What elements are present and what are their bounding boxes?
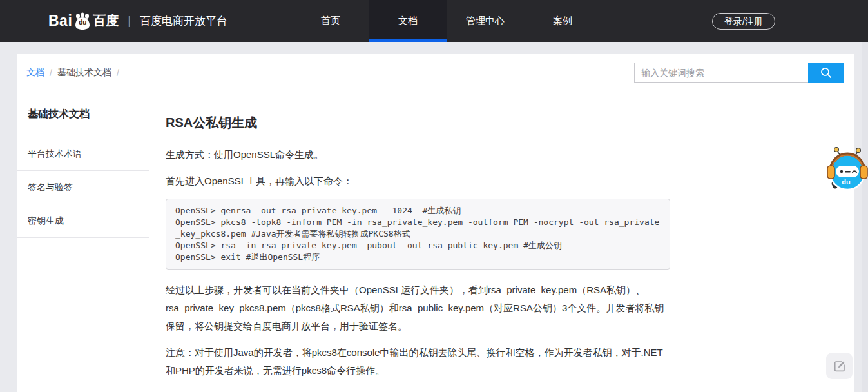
paragraph-steps-result: 经过以上步骤，开发者可以在当前文件夹中（OpenSSL运行文件夹），看到rsa_… [166,281,670,335]
top-navbar: Bai du 百度 | 百度电商开放平台 首页 文档 管理中心 案例 登录/注册 [0,0,868,42]
customer-service-robot-mascot[interactable]: du [825,141,868,195]
robot-icon [825,141,868,198]
search-input[interactable] [634,63,808,83]
paragraph-key-example-label: 标准的私钥文件示例（PHP、.NET使用）： [166,388,670,392]
search-box [634,63,844,83]
logo-divider: | [128,14,131,28]
doc-content: RSA公私钥生成 生成方式：使用OpenSSL命令生成。 首先进入OpenSSL… [149,92,671,392]
platform-name: 百度电商开放平台 [140,14,227,28]
code-block-openssl-commands: OpenSSL> genrsa -out rsa_private_key.pem… [166,199,670,270]
body-row: 基础技术文档 平台技术术语 签名与验签 密钥生成 RSA公私钥生成 生成方式：使… [17,92,854,392]
sidebar-item-terms[interactable]: 平台技术术语 [17,137,149,171]
paragraph-java-note: 注意：对于使用Java的开发者，将pkcs8在console中输出的私钥去除头尾… [166,344,670,380]
paragraph-openssl-intro: 首先进入OpenSSL工具，再输入以下命令： [166,172,670,190]
main-nav: 首页 文档 管理中心 案例 [292,0,601,42]
page-title: RSA公私钥生成 [166,114,671,132]
breadcrumb-current[interactable]: 基础技术文档 [57,67,111,79]
nav-item-docs[interactable]: 文档 [369,0,447,42]
logo-text-bai: Bai [48,12,72,30]
page-card: 文档 / 基础技术文档 / 基础技术文档 平台技术术语 签名与验签 密钥生成 [17,54,854,392]
nav-item-cases[interactable]: 案例 [524,0,601,42]
nav-item-home[interactable]: 首页 [292,0,369,42]
logo-text-du: du [73,19,92,26]
sidebar-item-signature[interactable]: 签名与验签 [17,171,149,204]
baidu-logo[interactable]: Bai du 百度 | 百度电商开放平台 [48,0,227,42]
breadcrumb-docs-link[interactable]: 文档 [26,67,44,79]
breadcrumb-separator: / [117,68,119,78]
breadcrumb: 文档 / 基础技术文档 / [26,67,119,79]
breadcrumb-bar: 文档 / 基础技术文档 / [17,54,854,92]
baidu-paw-icon: du [73,12,92,31]
search-button[interactable] [808,63,844,83]
edit-icon [833,360,846,373]
nav-item-console[interactable]: 管理中心 [447,0,524,42]
logo-text-baidu-cn: 百度 [93,12,119,30]
mascot-du-label: du [825,178,867,186]
paragraph-generation-method: 生成方式：使用OpenSSL命令生成。 [166,146,670,164]
breadcrumb-separator: / [50,68,52,78]
sidebar-title: 基础技术文档 [17,92,149,137]
doc-sidebar: 基础技术文档 平台技术术语 签名与验签 密钥生成 [17,92,149,392]
search-icon [820,66,833,79]
feedback-edit-button[interactable] [826,353,853,379]
sidebar-item-keygen[interactable]: 密钥生成 [17,204,149,238]
scrollbar-track[interactable] [862,42,868,392]
login-register-button[interactable]: 登录/注册 [712,13,775,30]
